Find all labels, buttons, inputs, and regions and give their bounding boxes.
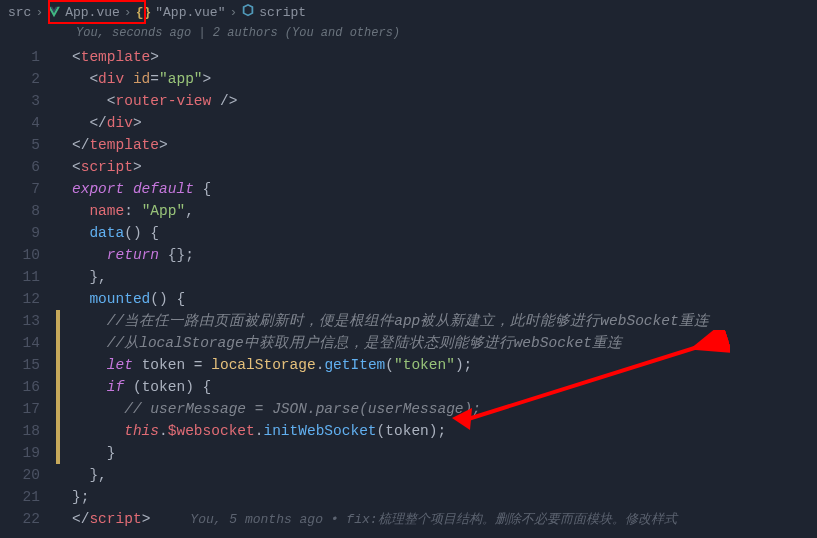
line-number: 15 [0, 354, 40, 376]
code-line: <router-view /> [60, 90, 817, 112]
code-editor[interactable]: 1 2 3 4 5 6 7 8 9 10 11 12 13 14 15 16 1… [0, 46, 817, 530]
line-number: 19 [0, 442, 40, 464]
code-line: mounted() { [60, 288, 817, 310]
code-line: </template> [60, 134, 817, 156]
breadcrumb-symbol-label: "App.vue" [155, 5, 225, 20]
line-number: 12 [0, 288, 40, 310]
code-line: data() { [60, 222, 817, 244]
chevron-right-icon: › [229, 5, 237, 20]
line-number: 14 [0, 332, 40, 354]
line-number: 9 [0, 222, 40, 244]
breadcrumb-file-label: App.vue [65, 5, 120, 20]
line-number: 1 [0, 46, 40, 68]
code-line: <div id="app"> [60, 68, 817, 90]
line-number: 2 [0, 68, 40, 90]
code-line: }, [60, 464, 817, 486]
code-line: name: "App", [60, 200, 817, 222]
line-number: 4 [0, 112, 40, 134]
line-number: 6 [0, 156, 40, 178]
braces-icon: {} [136, 5, 152, 20]
code-line: //当在任一路由页面被刷新时，便是根组件app被从新建立，此时能够进行webSo… [60, 310, 817, 332]
code-line: } [60, 442, 817, 464]
line-number: 13 [0, 310, 40, 332]
code-line: <template> [60, 46, 817, 68]
code-line: <script> [60, 156, 817, 178]
line-number-gutter: 1 2 3 4 5 6 7 8 9 10 11 12 13 14 15 16 1… [0, 46, 56, 530]
code-line: }; [60, 486, 817, 508]
line-number: 17 [0, 398, 40, 420]
code-line: // userMessage = JSON.parse(userMessage)… [60, 398, 817, 420]
breadcrumb: src › App.vue › {} "App.vue" › script [0, 0, 817, 24]
breadcrumb-src-label: src [8, 5, 31, 20]
code-line: </div> [60, 112, 817, 134]
line-number: 11 [0, 266, 40, 288]
code-line: </script>You, 5 months ago • fix:梳理整个项目结… [60, 508, 817, 530]
code-line: if (token) { [60, 376, 817, 398]
line-number: 10 [0, 244, 40, 266]
line-number: 7 [0, 178, 40, 200]
cube-icon [241, 3, 255, 21]
code-line: this.$websocket.initWebSocket(token); [60, 420, 817, 442]
code-line: export default { [60, 178, 817, 200]
vue-icon [47, 5, 61, 19]
line-number: 16 [0, 376, 40, 398]
breadcrumb-script[interactable]: script [241, 3, 306, 21]
breadcrumb-symbol[interactable]: {} "App.vue" [136, 5, 226, 20]
chevron-right-icon: › [124, 5, 132, 20]
chevron-right-icon: › [35, 5, 43, 20]
breadcrumb-src[interactable]: src [8, 5, 31, 20]
line-number: 8 [0, 200, 40, 222]
breadcrumb-file[interactable]: App.vue [47, 5, 120, 20]
code-line: return {}; [60, 244, 817, 266]
code-line: //从localStorage中获取用户信息，是登陆状态则能够进行webSock… [60, 332, 817, 354]
code-line: let token = localStorage.getItem("token"… [60, 354, 817, 376]
line-number: 20 [0, 464, 40, 486]
line-number: 22 [0, 508, 40, 530]
line-number: 18 [0, 420, 40, 442]
gitlens-blame-top: You, seconds ago | 2 authors (You and ot… [0, 24, 817, 46]
code-area[interactable]: <template> <div id="app"> <router-view /… [60, 46, 817, 530]
line-number: 5 [0, 134, 40, 156]
line-number: 3 [0, 90, 40, 112]
code-line: }, [60, 266, 817, 288]
breadcrumb-script-label: script [259, 5, 306, 20]
line-number: 21 [0, 486, 40, 508]
gitlens-blame-inline: You, 5 months ago • fix:梳理整个项目结构。删除不必要而面… [190, 512, 676, 527]
